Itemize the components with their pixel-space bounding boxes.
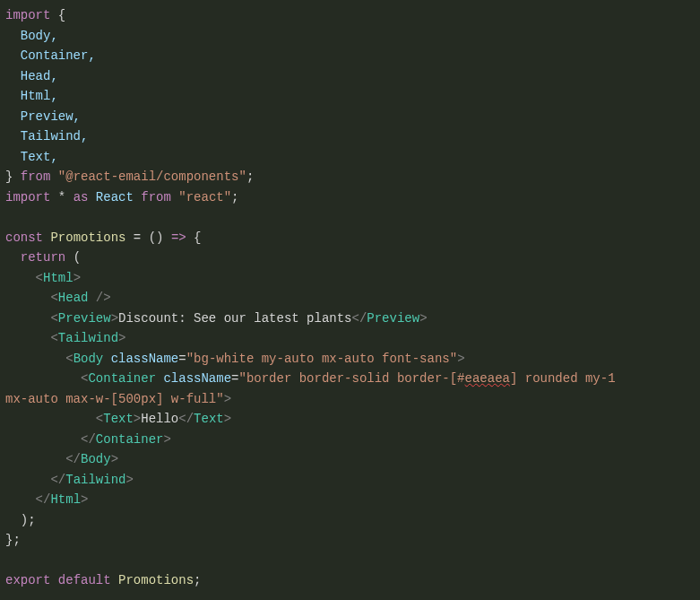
tag-container: Container	[88, 371, 156, 386]
code-block[interactable]: import { Body, Container, Head, Html, Pr…	[0, 0, 700, 591]
component-name-export: Promotions	[118, 573, 194, 587]
tag-tailwind: Tailwind	[58, 331, 118, 345]
keyword-import: import	[5, 190, 50, 204]
text-content: Hello	[141, 412, 178, 426]
arrow: =>	[171, 230, 186, 245]
jsx-open: <	[50, 291, 57, 305]
import-item: Preview,	[21, 109, 81, 124]
jsx-open: <	[36, 271, 43, 285]
keyword-as: as	[73, 190, 89, 204]
tag-html: Html	[43, 271, 73, 285]
keyword-const: const	[5, 230, 43, 245]
brace-close: }	[5, 170, 21, 184]
import-item: Body,	[21, 29, 58, 43]
semicolon: ;	[231, 190, 238, 204]
preview-text: Discount: See our latest plants	[118, 311, 351, 326]
spell-error: eaeaea	[465, 371, 510, 386]
star: *	[58, 190, 65, 204]
keyword-import: import	[5, 8, 50, 22]
react-ident: React	[96, 190, 134, 204]
body-class-string: "bg-white my-auto mx-auto font-sans"	[186, 352, 457, 366]
import-item: Tailwind,	[21, 129, 89, 143]
semicolon: ;	[246, 170, 254, 184]
keyword-return: return	[21, 250, 65, 265]
component-name-decl: Promotions	[50, 230, 125, 245]
container-class-wrap: mx-auto max-w-[500px] w-full"	[5, 392, 224, 406]
tag-text: Text	[103, 412, 134, 426]
keyword-from: from	[21, 170, 51, 184]
container-class-string: "border border-solid border-[#eaeaea] ro…	[238, 371, 615, 386]
brace-open: {	[50, 8, 65, 22]
tag-body: Body	[73, 352, 104, 366]
import-item: Container,	[21, 48, 96, 63]
module-string: "@react-email/components"	[58, 170, 246, 184]
arrow-params: ()	[149, 230, 164, 245]
attr-classname: className	[111, 352, 179, 366]
tag-preview: Preview	[58, 311, 111, 326]
import-item: Text,	[21, 150, 58, 164]
keyword-from: from	[141, 190, 171, 204]
tag-head: Head	[58, 291, 89, 305]
module-string: "react"	[178, 190, 231, 204]
keyword-default: default	[58, 573, 111, 587]
import-item: Html,	[21, 89, 58, 103]
keyword-export: export	[5, 573, 50, 587]
import-item: Head,	[21, 69, 58, 83]
